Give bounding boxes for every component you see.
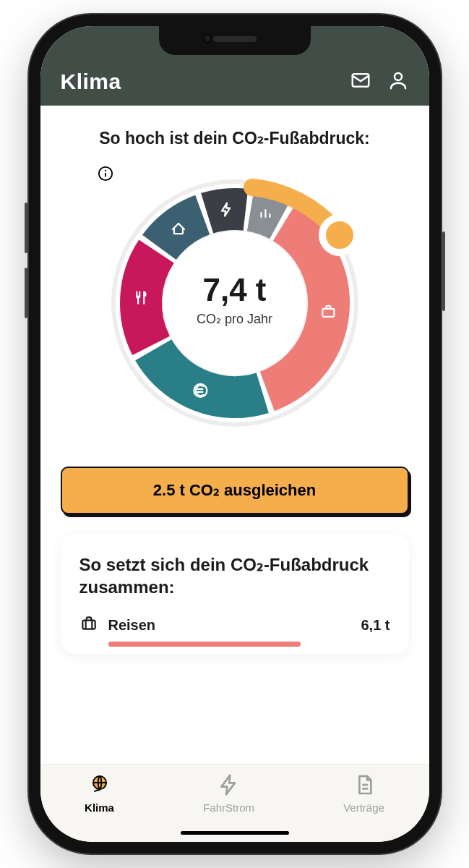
suitcase-icon xyxy=(79,614,98,636)
svg-rect-13 xyxy=(82,621,95,629)
profile-icon[interactable] xyxy=(387,69,409,94)
page-title: Klima xyxy=(61,69,121,94)
notch xyxy=(159,26,311,55)
bolt-icon xyxy=(218,773,241,799)
tab-label: Verträge xyxy=(343,801,384,814)
screen: Klima So hoch ist dein CO₂-Fußabdruck: xyxy=(40,26,429,842)
list-item[interactable]: Reisen 6,1 t xyxy=(79,614,390,636)
footprint-donut[interactable]: 7,4 t CO₂ pro Jahr xyxy=(98,166,372,441)
home-indicator[interactable] xyxy=(181,831,289,835)
row-value: 6,1 t xyxy=(361,617,390,634)
donut-value: 7,4 t xyxy=(202,272,266,308)
tab-klima[interactable]: Klima xyxy=(85,773,114,814)
mail-icon[interactable] xyxy=(350,69,371,94)
content: So hoch ist dein CO₂-Fußabdruck: xyxy=(40,106,429,764)
doc-icon xyxy=(353,773,376,799)
offset-button[interactable]: 2.5 t CO₂ ausgleichen xyxy=(61,467,409,514)
phone-frame: Klima So hoch ist dein CO₂-Fußabdruck: xyxy=(29,14,441,854)
bottom-nav: Klima FahrStrom Verträge xyxy=(40,764,429,842)
svg-point-12 xyxy=(104,170,106,171)
headline: So hoch ist dein CO₂-Fußabdruck: xyxy=(61,129,409,148)
svg-point-1 xyxy=(395,73,402,80)
tab-label: FahrStrom xyxy=(203,801,254,814)
tab-fahrstrom[interactable]: FahrStrom xyxy=(203,773,254,814)
row-label: Reisen xyxy=(108,617,351,634)
tab-label: Klima xyxy=(85,801,114,814)
row-bar xyxy=(108,642,301,647)
breakdown-title: So setzt sich dein CO₂-Fußabdruck zusamm… xyxy=(79,553,390,598)
tab-vertraege[interactable]: Verträge xyxy=(343,773,384,814)
globe-icon xyxy=(88,773,111,799)
breakdown-card: So setzt sich dein CO₂-Fußabdruck zusamm… xyxy=(61,535,409,654)
donut-sub: CO₂ pro Jahr xyxy=(197,311,272,327)
